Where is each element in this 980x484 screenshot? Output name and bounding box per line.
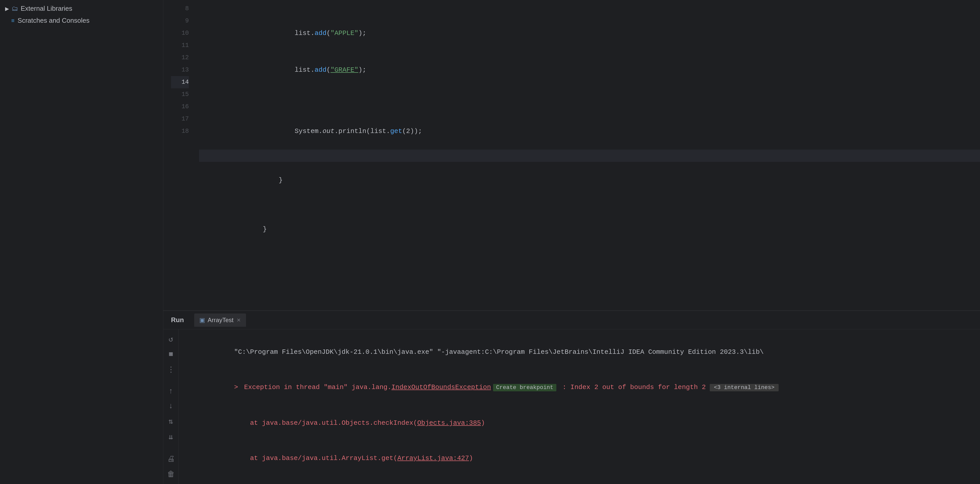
run-panel: Run ▣ ArrayTest ✕ ↺ ■ ⋮ ↑ ↓ ⇅	[163, 310, 980, 484]
internal-lines-badge[interactable]: <3 internal lines>	[710, 384, 779, 391]
stack-link-1[interactable]: Objects.java:385	[417, 419, 481, 427]
expand-arrow-icon: ▶	[5, 6, 9, 12]
run-toolbar: ↺ ■ ⋮ ↑ ↓ ⇅ ⇊ 🖨 🗑	[163, 329, 179, 484]
delete-button[interactable]: 🗑	[165, 470, 177, 479]
run-content: ↺ ■ ⋮ ↑ ↓ ⇅ ⇊ 🖨 🗑 "C:\Program Files\Open…	[163, 329, 980, 484]
scratches-icon: ≡	[11, 18, 14, 24]
console-output: "C:\Program Files\OpenJDK\jdk-21.0.1\bin…	[179, 329, 980, 484]
external-libraries-label: External Libraries	[21, 5, 72, 13]
code-line: System.out.println(list.get(2));	[199, 113, 980, 150]
stop-button[interactable]: ■	[165, 350, 177, 359]
run-label: Run	[169, 316, 186, 324]
run-tab-arraytest[interactable]: ▣ ArrayTest ✕	[194, 314, 246, 327]
code-line	[199, 199, 980, 211]
console-line-stack2: at java.base/java.util.ArrayList.get(Arr…	[186, 441, 972, 476]
sort-button[interactable]: ⇅	[165, 417, 177, 426]
code-line: }	[199, 162, 980, 199]
sidebar: ▶ 🗂 External Libraries ≡ Scratches and C…	[0, 0, 163, 484]
create-breakpoint-badge[interactable]: Create breakpoint	[493, 384, 556, 391]
stack-link-2[interactable]: ArrayList.java:427	[397, 454, 469, 462]
run-tab-name: ArrayTest	[208, 317, 234, 324]
code-line	[199, 3, 980, 15]
code-editor[interactable]: 8 9 10 11 12 13 14 15 16 17 18 list	[163, 0, 980, 310]
exception-arrow: >	[234, 384, 242, 391]
code-lines: list.add("APPLE"); list.add("GRAFE"); Sy…	[194, 0, 980, 310]
print-button[interactable]: 🖨	[165, 454, 177, 463]
line-numbers: 8 9 10 11 12 13 14 15 16 17 18	[171, 0, 194, 310]
more-options-button[interactable]: ⋮	[165, 365, 177, 374]
code-line: }	[199, 211, 980, 248]
code-line: list.add("APPLE");	[199, 15, 980, 52]
console-line-stack1: at java.base/java.util.Objects.checkInde…	[186, 405, 972, 441]
scroll-up-button[interactable]: ↑	[165, 387, 177, 396]
console-line-exception: > Exception in thread "main" java.lang.I…	[186, 369, 972, 405]
exception-detail: : Index 2 out of bounds for length 2	[558, 384, 710, 391]
code-line-active	[199, 150, 980, 162]
code-line: list.add("GRAFE");	[199, 52, 980, 88]
run-tabs-bar: Run ▣ ArrayTest ✕	[163, 311, 980, 329]
code-line	[199, 248, 980, 260]
sidebar-item-external-libraries[interactable]: ▶ 🗂 External Libraries	[0, 3, 163, 14]
console-line-cmd: "C:\Program Files\OpenJDK\jdk-21.0.1\bin…	[186, 334, 972, 369]
close-tab-icon[interactable]: ✕	[237, 317, 241, 323]
exception-prefix: Exception in thread "main" java.lang.	[244, 384, 391, 391]
library-icon: 🗂	[11, 5, 18, 13]
scroll-down-button[interactable]: ↓	[165, 402, 177, 411]
console-line-stack3: at ex03.ArrayTest.main(ArrayTest.java:13…	[186, 476, 972, 484]
gutter	[163, 0, 171, 310]
scratches-label: Scratches and Consoles	[18, 17, 89, 24]
exception-class-link[interactable]: IndexOutOfBoundsException	[391, 384, 491, 391]
code-line	[199, 88, 980, 100]
code-line	[199, 100, 980, 113]
sidebar-item-scratches[interactable]: ≡ Scratches and Consoles	[0, 14, 163, 27]
rerun-button[interactable]: ↺	[165, 334, 177, 344]
scroll-to-end-button[interactable]: ⇊	[165, 432, 177, 442]
tab-file-icon: ▣	[199, 317, 205, 324]
